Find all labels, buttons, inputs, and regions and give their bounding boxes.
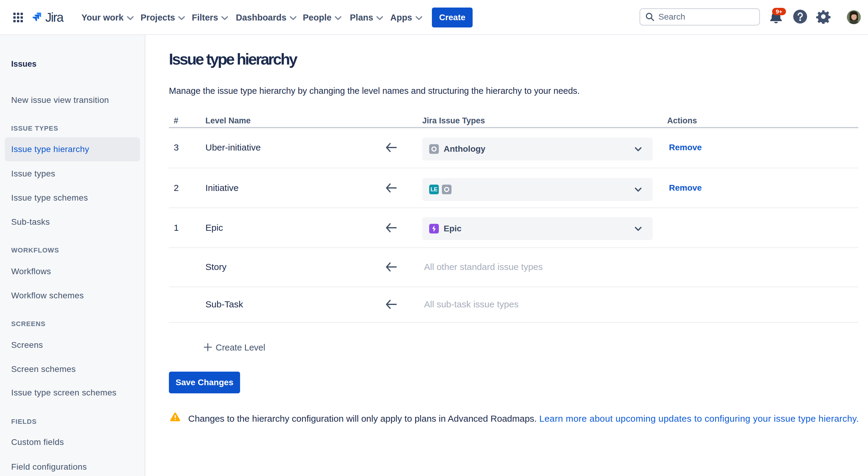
svg-text:9+: 9+ <box>776 8 782 15</box>
